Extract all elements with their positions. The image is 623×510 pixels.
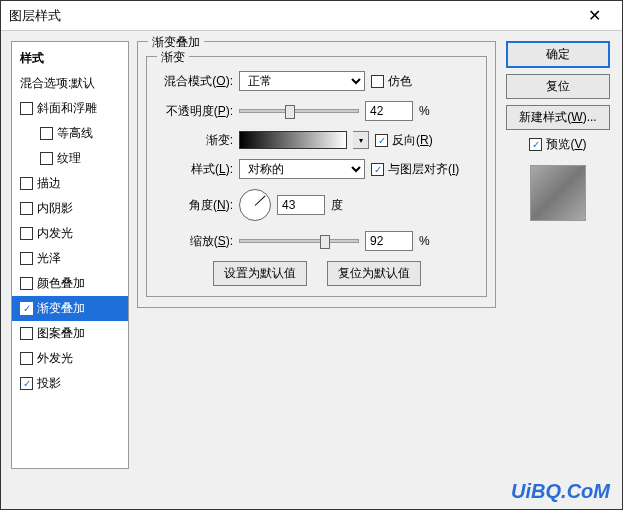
percent-unit: % xyxy=(419,234,430,248)
style-inner-shadow[interactable]: 内阴影 xyxy=(12,196,128,221)
blend-mode-label: 混合模式(O): xyxy=(157,73,233,90)
blend-mode-select[interactable]: 正常 xyxy=(239,71,365,91)
opacity-slider[interactable] xyxy=(239,109,359,113)
style-color-overlay[interactable]: 颜色叠加 xyxy=(12,271,128,296)
new-style-button[interactable]: 新建样式(W)... xyxy=(506,105,610,130)
ok-button[interactable]: 确定 xyxy=(506,41,610,68)
scale-slider[interactable] xyxy=(239,239,359,243)
dither-checkbox[interactable]: 仿色 xyxy=(371,73,412,90)
style-select[interactable]: 对称的 xyxy=(239,159,365,179)
style-outer-glow[interactable]: 外发光 xyxy=(12,346,128,371)
opacity-label: 不透明度(P): xyxy=(157,103,233,120)
style-drop-shadow[interactable]: 投影 xyxy=(12,371,128,396)
style-stroke[interactable]: 描边 xyxy=(12,171,128,196)
gradient-group: 渐变 混合模式(O): 正常 仿色 不透明度(P): % 渐变: ▾ 反向(R) xyxy=(146,56,487,297)
style-bevel[interactable]: 斜面和浮雕 xyxy=(12,96,128,121)
style-gradient-overlay[interactable]: 渐变叠加 xyxy=(12,296,128,321)
gradient-label: 渐变: xyxy=(157,132,233,149)
style-satin[interactable]: 光泽 xyxy=(12,246,128,271)
angle-label: 角度(N): xyxy=(157,197,233,214)
style-inner-glow[interactable]: 内发光 xyxy=(12,221,128,246)
close-icon[interactable]: ✕ xyxy=(574,6,614,25)
reverse-checkbox[interactable]: 反向(R) xyxy=(375,132,433,149)
opacity-input[interactable] xyxy=(365,101,413,121)
inner-group-title: 渐变 xyxy=(157,49,189,66)
style-label: 样式(L): xyxy=(157,161,233,178)
style-pattern-overlay[interactable]: 图案叠加 xyxy=(12,321,128,346)
watermark: UiBQ.CoM xyxy=(511,480,610,503)
percent-unit: % xyxy=(419,104,430,118)
styles-header: 样式 xyxy=(12,46,128,71)
scale-input[interactable] xyxy=(365,231,413,251)
make-default-button[interactable]: 设置为默认值 xyxy=(213,261,307,286)
titlebar: 图层样式 ✕ xyxy=(1,1,622,31)
style-texture[interactable]: 纹理 xyxy=(12,146,128,171)
style-contour[interactable]: 等高线 xyxy=(12,121,128,146)
window-title: 图层样式 xyxy=(9,7,574,25)
gradient-dropdown[interactable]: ▾ xyxy=(353,131,369,149)
scale-label: 缩放(S): xyxy=(157,233,233,250)
preview-swatch xyxy=(530,165,586,221)
preview-checkbox[interactable]: 预览(V) xyxy=(529,136,586,153)
align-checkbox[interactable]: 与图层对齐(I) xyxy=(371,161,459,178)
angle-unit: 度 xyxy=(331,197,343,214)
blend-options[interactable]: 混合选项:默认 xyxy=(12,71,128,96)
styles-list: 样式 混合选项:默认 斜面和浮雕 等高线 纹理 描边 内阴影 内发光 光泽 颜色… xyxy=(11,41,129,469)
reset-default-button[interactable]: 复位为默认值 xyxy=(327,261,421,286)
cancel-button[interactable]: 复位 xyxy=(506,74,610,99)
gradient-swatch[interactable] xyxy=(239,131,347,149)
angle-dial[interactable] xyxy=(239,189,271,221)
angle-input[interactable] xyxy=(277,195,325,215)
gradient-overlay-group: 渐变叠加 渐变 混合模式(O): 正常 仿色 不透明度(P): % 渐变: ▾ xyxy=(137,41,496,308)
